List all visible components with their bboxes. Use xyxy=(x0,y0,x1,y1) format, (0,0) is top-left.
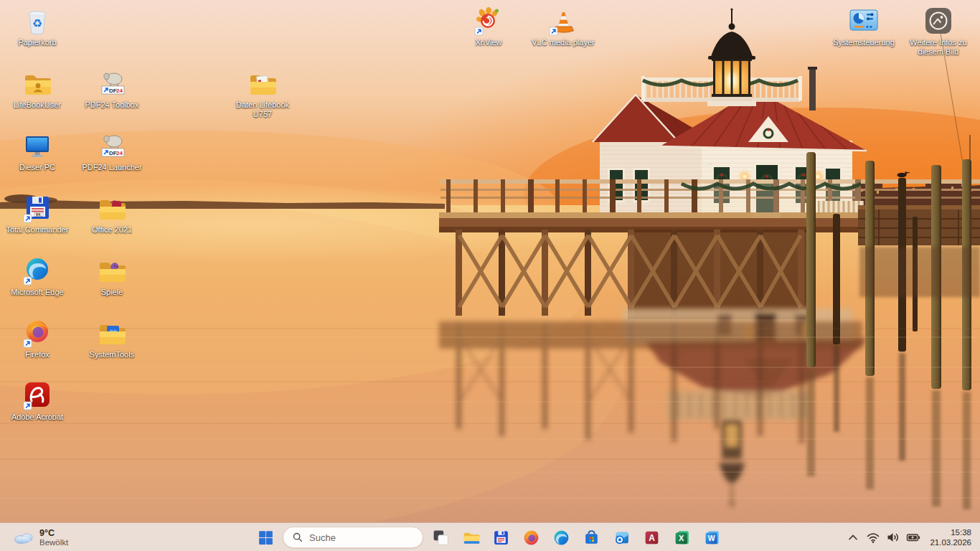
outlook-icon xyxy=(613,529,631,547)
search-placeholder: Suche xyxy=(309,532,336,543)
file-explorer-icon xyxy=(462,529,480,547)
control-panel-icon xyxy=(848,6,880,37)
svg-text:24: 24 xyxy=(116,88,123,94)
volume-button[interactable] xyxy=(884,527,903,548)
total-commander-button[interactable] xyxy=(488,525,514,550)
desktop-icon-label: Systemsteuerung xyxy=(829,38,898,47)
battery-charging-icon xyxy=(905,529,921,545)
word-icon: W xyxy=(703,529,721,547)
weather-condition: Bewölkt xyxy=(39,538,68,547)
excel-button[interactable]: X xyxy=(669,525,694,550)
taskbar-search[interactable]: Suche xyxy=(283,527,423,548)
firefox-icon xyxy=(522,529,540,547)
desktop-icon-label: LifeBookUser xyxy=(3,100,72,110)
taskbar: 9°C Bewölkt Suche xyxy=(0,522,980,551)
desktop-icon-label: XnView xyxy=(454,38,523,47)
wallpaper-lighthouse-sunset xyxy=(0,0,980,522)
desktop-icon-label: Microsoft Edge xyxy=(3,288,72,297)
desktop-icon-pdf24-toolbox[interactable]: DF 24 PDF24 Toolbox xyxy=(77,68,146,110)
desktop-icon-label: Dieser PC xyxy=(3,163,72,172)
access-button[interactable]: A xyxy=(639,525,664,550)
wifi-button[interactable] xyxy=(864,527,882,548)
desktop-icon-label: Office 2021 xyxy=(77,225,146,235)
edge-icon xyxy=(22,255,53,287)
tray-time: 15:38 xyxy=(930,527,971,537)
svg-text:A: A xyxy=(649,533,655,543)
task-view-icon xyxy=(432,529,450,547)
system-tray: 15:38 21.03.2026 xyxy=(844,523,976,551)
task-view-button[interactable] xyxy=(428,525,453,550)
desktop-icon-adobe-acrobat[interactable]: Adobe Acrobat xyxy=(3,380,72,422)
volume-icon xyxy=(885,529,901,545)
battery-button[interactable] xyxy=(904,527,923,548)
pdf24-icon: DF 24 xyxy=(96,68,128,100)
desktop-icon-papierkorb[interactable]: ♻ Papierkorb xyxy=(3,6,72,47)
svg-text:24: 24 xyxy=(116,150,123,156)
user-folder-icon xyxy=(22,68,53,100)
desktop-icon-daten-lifebook[interactable]: Daten Lifebook U757 xyxy=(228,68,297,119)
desktop-icon-label: Spiele xyxy=(77,288,146,297)
word-button[interactable]: W xyxy=(699,525,725,550)
desktop-icon-systemtools[interactable]: SystemTools xyxy=(77,318,146,359)
microsoft-store-button[interactable] xyxy=(578,525,604,550)
desktop-icon-label: Firefox xyxy=(3,350,72,359)
games-folder-icon xyxy=(96,255,128,287)
desktop-icon-label: Weitere Infos zu diesem Bild xyxy=(904,38,973,57)
pdf24-icon: DF 24 xyxy=(96,131,128,162)
desktop-icon-spotlight-info[interactable]: Weitere Infos zu diesem Bild xyxy=(904,6,973,57)
recycle-bin-icon: ♻ xyxy=(22,6,53,37)
weather-temp: 9°C xyxy=(39,528,68,538)
windows-logo-icon xyxy=(257,529,275,547)
svg-text:W: W xyxy=(707,534,715,542)
desktop-icon-label: PDF24 Launcher xyxy=(77,163,146,172)
vlc-cone-icon xyxy=(547,6,579,37)
floppy-disk-icon: 64: xyxy=(22,193,53,225)
firefox-button[interactable] xyxy=(518,525,544,550)
desktop-icon-dieser-pc[interactable]: Dieser PC xyxy=(3,131,72,172)
hidden-icons-button[interactable] xyxy=(844,527,862,548)
access-icon: A xyxy=(643,529,661,547)
documents-folder-icon xyxy=(247,68,278,100)
search-icon xyxy=(292,532,303,543)
desktop-icon-xnview[interactable]: XnView xyxy=(454,6,523,47)
clock[interactable]: 15:38 21.03.2026 xyxy=(930,527,976,547)
desktop-icon-label: SystemTools xyxy=(77,350,146,359)
desktop-icon-label: Daten Lifebook U757 xyxy=(228,100,297,119)
tools-folder-icon xyxy=(96,318,128,349)
tray-date: 21.03.2026 xyxy=(930,537,971,547)
desktop-icon-microsoft-edge[interactable]: Microsoft Edge xyxy=(3,255,72,297)
desktop-icon-lifebookuser[interactable]: LifeBookUser xyxy=(3,68,72,110)
firefox-icon xyxy=(22,318,53,349)
xnview-icon xyxy=(473,6,504,37)
office-folder-icon xyxy=(96,193,128,225)
desktop-icon-office-2021[interactable]: Office 2021 xyxy=(77,193,146,235)
desktop-icon-pdf24-launcher[interactable]: DF 24 PDF24 Launcher xyxy=(77,131,146,172)
desktop: ♻ Papierkorb LifeBookUser DF 24 PDF24 To… xyxy=(0,0,980,551)
cloud-icon xyxy=(13,529,34,545)
spotlight-info-icon xyxy=(923,6,954,37)
taskbar-center: Suche xyxy=(253,523,725,551)
desktop-icon-label: VLC media player xyxy=(529,38,598,47)
dock-fence xyxy=(858,205,980,245)
desktop-icon-firefox[interactable]: Firefox xyxy=(3,318,72,359)
edge-button[interactable] xyxy=(548,525,574,550)
svg-text:♻: ♻ xyxy=(32,17,42,30)
desktop-icon-label: Total Commander xyxy=(3,225,72,235)
desktop-icon-spiele[interactable]: Spiele xyxy=(77,255,146,297)
wifi-icon xyxy=(865,529,881,545)
desktop-icon-label: Papierkorb xyxy=(3,38,72,47)
outlook-button[interactable] xyxy=(608,525,634,550)
file-explorer-button[interactable] xyxy=(458,525,484,550)
desktop-icon-label: Adobe Acrobat xyxy=(3,413,72,422)
desktop-icon-systemsteuerung[interactable]: Systemsteuerung xyxy=(829,6,898,47)
desktop-icon-total-commander[interactable]: 64: Total Commander xyxy=(3,193,72,235)
excel-icon: X xyxy=(673,529,691,547)
edge-icon xyxy=(552,529,570,547)
start-button[interactable] xyxy=(253,525,278,550)
total-commander-icon xyxy=(492,529,510,547)
svg-text:X: X xyxy=(679,534,684,542)
weather-widget[interactable]: 9°C Bewölkt xyxy=(7,523,74,551)
svg-text:64:: 64: xyxy=(36,212,42,217)
desktop-icon-label: PDF24 Toolbox xyxy=(77,100,146,110)
desktop-icon-vlc[interactable]: VLC media player xyxy=(529,6,598,47)
